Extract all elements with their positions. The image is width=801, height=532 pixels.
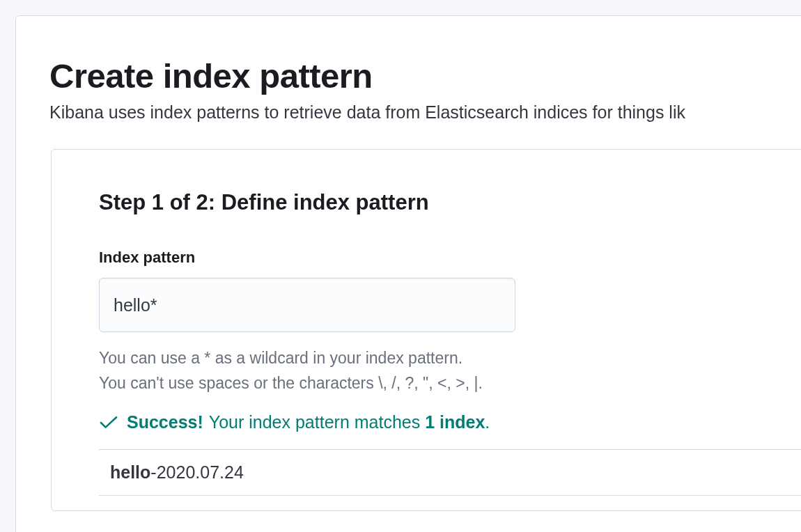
success-message: Success! Your index pattern matches 1 in… [99, 412, 801, 432]
success-count: 1 index [425, 412, 485, 432]
help-text-line1: You can use a * as a wildcard in your in… [99, 346, 801, 371]
help-text: You can use a * as a wildcard in your in… [99, 346, 801, 396]
index-name-highlight: hello [110, 462, 150, 482]
page-title: Create index pattern [49, 56, 801, 95]
step-title: Step 1 of 2: Define index pattern [99, 190, 801, 215]
index-pattern-input[interactable] [99, 278, 515, 332]
success-prefix: Success! [127, 412, 203, 432]
step-panel: Step 1 of 2: Define index pattern Index … [51, 149, 801, 511]
matched-indices-table: hello-2020.07.24 [99, 449, 801, 496]
check-icon [99, 416, 118, 430]
index-name-rest: -2020.07.24 [150, 462, 243, 482]
success-text: Your index pattern matches 1 index. [209, 412, 490, 432]
help-text-line2: You can't use spaces or the characters \… [99, 371, 801, 396]
page-subtitle: Kibana uses index patterns to retrieve d… [49, 102, 801, 123]
table-row: hello-2020.07.24 [99, 449, 801, 496]
page-container: Create index pattern Kibana uses index p… [15, 15, 801, 532]
index-pattern-label: Index pattern [99, 249, 801, 267]
